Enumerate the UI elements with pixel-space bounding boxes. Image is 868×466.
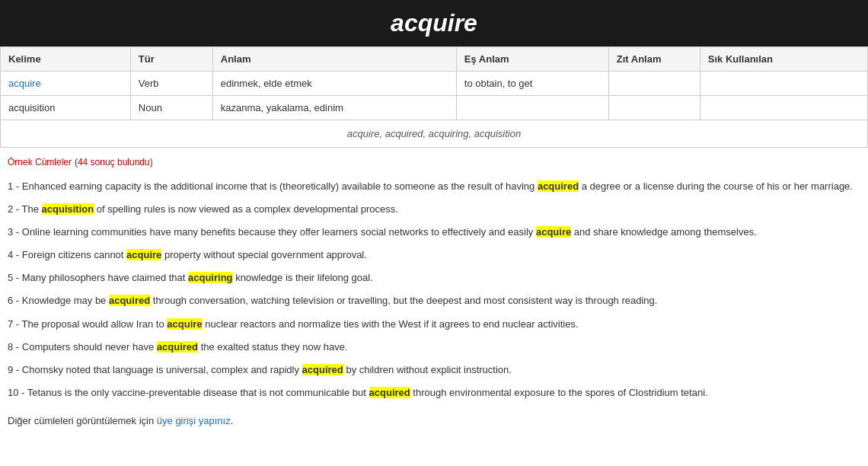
sentence: 9 - Chomsky noted that language is unive… [8,359,860,381]
highlighted-word: acquiring [188,272,233,283]
col-header-type: Tür [130,47,212,72]
app-header: acquire [0,0,868,46]
highlighted-word: acquire [536,226,571,238]
highlighted-word: acquisition [42,203,94,215]
highlighted-word: acquired [369,387,410,398]
sentence: 2 - The acquisition of spelling rules is… [8,198,860,221]
col-header-antonym: Zıt Anlam [608,47,700,72]
cell-antonym [608,96,700,120]
sentence: 4 - Foreign citizens cannot acquire prop… [8,244,860,267]
footer-suffix: . [231,415,234,426]
word-link[interactable]: acquire [8,78,41,89]
table-row: acquisitionNounkazanma, yakalama, edinim [1,96,868,120]
cell-type: Noun [130,96,212,120]
table-row: acquireVerbedinmek, elde etmekto obtain,… [1,72,868,96]
cell-meaning: kazanma, yakalama, edinim [212,96,456,120]
highlighted-word: acquired [157,341,198,353]
sentence: 3 - Online learning communities have man… [8,221,860,244]
col-header-word: Kelime [1,47,131,72]
col-header-common: Sık Kullanılan [700,47,867,72]
dictionary-table: Kelime Tür Anlam Eş Anlam Zıt Anlam Sık … [0,46,868,120]
sentence: 1 - Enhanced earning capacity is the add… [8,175,860,198]
cell-common [700,96,867,120]
highlighted-word: acquired [538,180,579,192]
cell-word: acquisition [1,96,131,120]
highlighted-word: acquire [167,318,202,330]
cell-word[interactable]: acquire [1,72,131,96]
cell-type: Verb [130,72,212,96]
login-link[interactable]: üye girişi yapınız [157,415,231,426]
cell-antonym [608,72,700,96]
example-section: Örnek Cümleler (44 sonuç bulundu) 1 - En… [0,148,868,404]
highlighted-word: acquired [302,364,343,375]
footer-note: Diğer cümleleri görüntülemek için üye gi… [0,404,868,434]
cell-synonym [456,96,608,120]
sentence: 8 - Computers should never have acquired… [8,336,860,359]
example-title: Örnek Cümleler (44 sonuç bulundu) [8,155,860,168]
sentence: 10 - Tetanus is the only vaccine-prevent… [8,381,860,404]
sentence: 5 - Many philosophers have claimed that … [8,267,860,289]
cell-synonym: to obtain, to get [456,72,608,96]
sentence: 7 - The proposal would allow Iran to acq… [8,313,860,336]
example-title-text: Örnek Cümleler [8,157,72,168]
cell-meaning: edinmek, elde etmek [212,72,456,96]
example-count: (44 sonuç bulundu) [75,157,153,168]
col-header-synonym: Eş Anlam [456,47,608,72]
footer-prefix: Diğer cümleleri görüntülemek için [8,415,157,426]
cell-common [700,72,867,96]
col-header-meaning: Anlam [212,47,456,72]
page-title: acquire [0,9,868,37]
related-words: acquire, acquired, acquiring, acquisitio… [0,120,868,148]
sentences-container: 1 - Enhanced earning capacity is the add… [8,175,860,404]
sentence: 6 - Knowledge may be acquired through co… [8,289,860,312]
highlighted-word: acquire [126,249,161,260]
highlighted-word: acquired [109,295,150,306]
